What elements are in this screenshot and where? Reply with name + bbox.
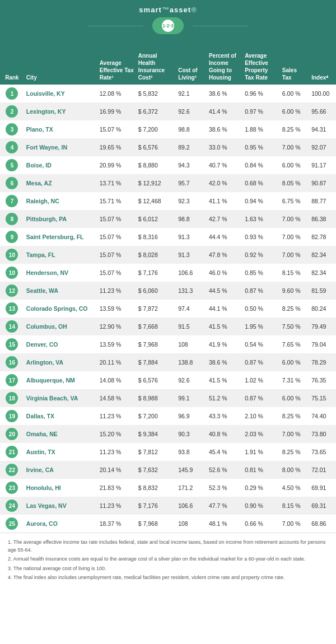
cell-prop-tax: 0.68 % xyxy=(242,174,280,192)
cell-tax-rate: 15.07 % xyxy=(97,210,136,228)
cell-rank: 6 xyxy=(0,174,24,192)
cell-pct-housing: 38.6 % xyxy=(207,85,242,102)
cell-pct-housing: 41.4 % xyxy=(207,102,242,120)
cell-tax-rate: 15.07 % xyxy=(97,264,136,282)
cell-prop-tax: 0.81 % xyxy=(242,461,280,479)
cell-index: 73.80 xyxy=(309,425,336,443)
cell-sales-tax: 8.25 % xyxy=(280,407,309,425)
cell-col: 145.9 xyxy=(176,461,207,479)
cell-rank: 1 xyxy=(0,85,24,102)
numbers-badge: 1·2·3 xyxy=(152,17,184,34)
city-name: Raleigh, NC xyxy=(26,198,59,204)
cell-rank: 25 xyxy=(0,515,24,533)
cell-index: 100.00 xyxy=(309,85,336,102)
cell-col: 95.7 xyxy=(176,174,207,192)
table-row: 10 Tampa, FL 15.07 % $ 8,028 91.3 47.8 %… xyxy=(0,246,336,264)
cell-health-ins: $ 8,832 xyxy=(136,479,176,497)
rank-circle: 16 xyxy=(6,356,18,368)
cell-tax-rate: 15.71 % xyxy=(97,192,136,210)
cell-rank: 10 xyxy=(0,264,24,282)
cell-prop-tax: 1.95 % xyxy=(242,318,280,335)
numbers-circle: 1·2·3 xyxy=(162,20,174,32)
cell-col: 92.6 xyxy=(176,102,207,120)
cell-rank: 14 xyxy=(0,318,24,335)
cell-pct-housing: 41.5 % xyxy=(207,318,242,335)
cell-sales-tax: 6.00 % xyxy=(280,85,309,102)
cell-health-ins: $ 6,576 xyxy=(136,138,176,156)
col-index: Index⁴ xyxy=(309,49,336,85)
cell-city: Austin, TX xyxy=(24,443,97,461)
cell-col: 89.2 xyxy=(176,138,207,156)
cell-col: 106.6 xyxy=(176,264,207,282)
cell-sales-tax: 4.50 % xyxy=(280,479,309,497)
table-row: 19 Dallas, TX 11.23 % $ 7,200 96.9 43.3 … xyxy=(0,407,336,425)
cell-prop-tax: 0.93 % xyxy=(242,228,280,246)
col-tax-rate: Average Effective Tax Rate¹ xyxy=(97,49,136,85)
rank-circle: 3 xyxy=(6,123,18,136)
cell-pct-housing: 51.2 % xyxy=(207,389,242,407)
footnote-item: 4. The final index also includes unemplo… xyxy=(8,574,328,582)
cell-col: 91.3 xyxy=(176,228,207,246)
cell-sales-tax: 8.25 % xyxy=(280,443,309,461)
cell-rank: 5 xyxy=(0,156,24,174)
cell-pct-housing: 40.7 % xyxy=(207,156,242,174)
cell-city: Plano, TX xyxy=(24,120,97,138)
divider-right xyxy=(193,26,249,26)
cell-city: Colorado Springs, CO xyxy=(24,300,97,318)
table-row: 17 Albuquerque, NM 14.08 % $ 6,576 92.6 … xyxy=(0,371,336,389)
rank-circle: 4 xyxy=(6,141,18,153)
cell-city: Lexington, KY xyxy=(24,102,97,120)
cell-health-ins: $ 6,576 xyxy=(136,371,176,389)
rank-circle: 15 xyxy=(6,338,18,351)
cell-tax-rate: 21.83 % xyxy=(97,479,136,497)
cell-city: Mesa, AZ xyxy=(24,174,97,192)
col-col: Cost of Living³ xyxy=(176,49,207,85)
cell-tax-rate: 13.59 % xyxy=(97,335,136,353)
table-row: 10 Henderson, NV 15.07 % $ 7,176 106.6 4… xyxy=(0,264,336,282)
cell-pct-housing: 41.9 % xyxy=(207,335,242,353)
cell-index: 80.24 xyxy=(309,300,336,318)
cell-rank: 13 xyxy=(0,300,24,318)
city-name: Arlington, VA xyxy=(26,359,63,366)
cell-index: 79.49 xyxy=(309,318,336,335)
divider-left xyxy=(87,26,143,26)
cell-sales-tax: 6.00 % xyxy=(280,156,309,174)
cell-health-ins: $ 7,884 xyxy=(136,353,176,371)
cell-prop-tax: 1.02 % xyxy=(242,371,280,389)
cell-index: 81.59 xyxy=(309,282,336,300)
cell-prop-tax: 0.29 % xyxy=(242,479,280,497)
cell-city: Tampa, FL xyxy=(24,246,97,264)
cell-health-ins: $ 6,060 xyxy=(136,282,176,300)
table-row: 25 Aurora, CO 18.37 % $ 7,968 108 48.1 %… xyxy=(0,515,336,533)
cell-prop-tax: 0.66 % xyxy=(242,515,280,533)
table-row: 3 Plano, TX 15.07 % $ 7,200 98.8 38.6 % … xyxy=(0,120,336,138)
cell-sales-tax: 7.31 % xyxy=(280,371,309,389)
cell-rank: 8 xyxy=(0,210,24,228)
cell-prop-tax: 1.91 % xyxy=(242,443,280,461)
cell-health-ins: $ 7,200 xyxy=(136,120,176,138)
cell-city: Denver, CO xyxy=(24,335,97,353)
cell-index: 82.34 xyxy=(309,246,336,264)
cell-col: 98.8 xyxy=(176,120,207,138)
city-name: Las Vegas, NV xyxy=(26,502,67,509)
cell-health-ins: $ 12,468 xyxy=(136,192,176,210)
cell-health-ins: $ 8,988 xyxy=(136,389,176,407)
cell-health-ins: $ 6,012 xyxy=(136,210,176,228)
cell-sales-tax: 7.00 % xyxy=(280,515,309,533)
cell-prop-tax: 1.63 % xyxy=(242,210,280,228)
city-name: Honolulu, HI xyxy=(26,484,61,491)
cell-col: 106.6 xyxy=(176,497,207,515)
cell-sales-tax: 8.15 % xyxy=(280,497,309,515)
footnote-item: 3. The national average cost of living i… xyxy=(8,565,328,573)
cell-col: 98.8 xyxy=(176,210,207,228)
cell-index: 95.66 xyxy=(309,102,336,120)
cell-sales-tax: 8.00 % xyxy=(280,461,309,479)
rank-circle: 5 xyxy=(6,159,18,171)
cell-prop-tax: 1.88 % xyxy=(242,120,280,138)
cell-col: 171.2 xyxy=(176,479,207,497)
city-name: Aurora, CO xyxy=(26,520,58,527)
cell-city: Virginia Beach, VA xyxy=(24,389,97,407)
rank-circle: 22 xyxy=(6,464,18,476)
cell-tax-rate: 15.07 % xyxy=(97,120,136,138)
cell-col: 92.1 xyxy=(176,85,207,102)
